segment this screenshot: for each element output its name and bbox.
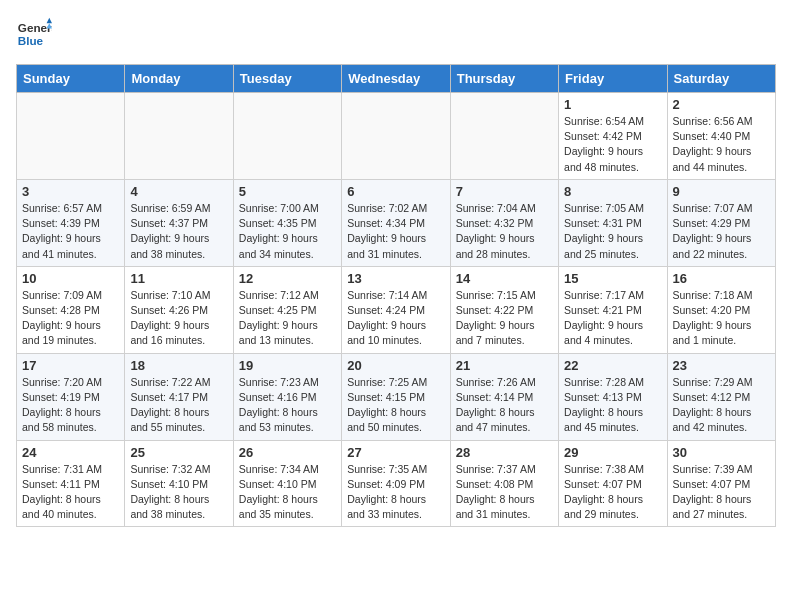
day-info: Sunrise: 7:38 AM Sunset: 4:07 PM Dayligh… (564, 462, 661, 523)
day-info: Sunrise: 7:17 AM Sunset: 4:21 PM Dayligh… (564, 288, 661, 349)
calendar-day-cell: 25Sunrise: 7:32 AM Sunset: 4:10 PM Dayli… (125, 440, 233, 527)
day-number: 11 (130, 271, 227, 286)
logo-icon: General Blue (16, 16, 52, 52)
day-info: Sunrise: 7:31 AM Sunset: 4:11 PM Dayligh… (22, 462, 119, 523)
day-info: Sunrise: 7:04 AM Sunset: 4:32 PM Dayligh… (456, 201, 553, 262)
day-info: Sunrise: 6:54 AM Sunset: 4:42 PM Dayligh… (564, 114, 661, 175)
calendar-day-cell: 4Sunrise: 6:59 AM Sunset: 4:37 PM Daylig… (125, 179, 233, 266)
day-number: 18 (130, 358, 227, 373)
calendar-day-cell (233, 93, 341, 180)
weekday-header-cell: Sunday (17, 65, 125, 93)
day-info: Sunrise: 7:39 AM Sunset: 4:07 PM Dayligh… (673, 462, 770, 523)
calendar-day-cell (17, 93, 125, 180)
calendar-week-row: 10Sunrise: 7:09 AM Sunset: 4:28 PM Dayli… (17, 266, 776, 353)
day-info: Sunrise: 7:32 AM Sunset: 4:10 PM Dayligh… (130, 462, 227, 523)
day-info: Sunrise: 7:22 AM Sunset: 4:17 PM Dayligh… (130, 375, 227, 436)
day-info: Sunrise: 7:37 AM Sunset: 4:08 PM Dayligh… (456, 462, 553, 523)
calendar-day-cell: 24Sunrise: 7:31 AM Sunset: 4:11 PM Dayli… (17, 440, 125, 527)
calendar-day-cell: 8Sunrise: 7:05 AM Sunset: 4:31 PM Daylig… (559, 179, 667, 266)
calendar-day-cell: 14Sunrise: 7:15 AM Sunset: 4:22 PM Dayli… (450, 266, 558, 353)
day-number: 17 (22, 358, 119, 373)
calendar-day-cell (342, 93, 450, 180)
page-header: General Blue (16, 16, 776, 52)
day-number: 23 (673, 358, 770, 373)
calendar-week-row: 17Sunrise: 7:20 AM Sunset: 4:19 PM Dayli… (17, 353, 776, 440)
day-number: 5 (239, 184, 336, 199)
svg-text:Blue: Blue (18, 34, 44, 47)
day-number: 25 (130, 445, 227, 460)
calendar-day-cell: 18Sunrise: 7:22 AM Sunset: 4:17 PM Dayli… (125, 353, 233, 440)
calendar-day-cell: 13Sunrise: 7:14 AM Sunset: 4:24 PM Dayli… (342, 266, 450, 353)
day-info: Sunrise: 7:20 AM Sunset: 4:19 PM Dayligh… (22, 375, 119, 436)
day-info: Sunrise: 7:14 AM Sunset: 4:24 PM Dayligh… (347, 288, 444, 349)
day-number: 24 (22, 445, 119, 460)
calendar-day-cell: 21Sunrise: 7:26 AM Sunset: 4:14 PM Dayli… (450, 353, 558, 440)
day-info: Sunrise: 7:26 AM Sunset: 4:14 PM Dayligh… (456, 375, 553, 436)
calendar-day-cell: 9Sunrise: 7:07 AM Sunset: 4:29 PM Daylig… (667, 179, 775, 266)
day-number: 7 (456, 184, 553, 199)
day-number: 15 (564, 271, 661, 286)
calendar-day-cell: 17Sunrise: 7:20 AM Sunset: 4:19 PM Dayli… (17, 353, 125, 440)
calendar-day-cell: 23Sunrise: 7:29 AM Sunset: 4:12 PM Dayli… (667, 353, 775, 440)
day-info: Sunrise: 7:09 AM Sunset: 4:28 PM Dayligh… (22, 288, 119, 349)
calendar-day-cell: 20Sunrise: 7:25 AM Sunset: 4:15 PM Dayli… (342, 353, 450, 440)
day-number: 9 (673, 184, 770, 199)
day-number: 2 (673, 97, 770, 112)
calendar-day-cell: 11Sunrise: 7:10 AM Sunset: 4:26 PM Dayli… (125, 266, 233, 353)
day-number: 8 (564, 184, 661, 199)
calendar-day-cell: 7Sunrise: 7:04 AM Sunset: 4:32 PM Daylig… (450, 179, 558, 266)
calendar-day-cell: 30Sunrise: 7:39 AM Sunset: 4:07 PM Dayli… (667, 440, 775, 527)
day-info: Sunrise: 7:23 AM Sunset: 4:16 PM Dayligh… (239, 375, 336, 436)
calendar-day-cell: 5Sunrise: 7:00 AM Sunset: 4:35 PM Daylig… (233, 179, 341, 266)
day-number: 26 (239, 445, 336, 460)
day-info: Sunrise: 6:59 AM Sunset: 4:37 PM Dayligh… (130, 201, 227, 262)
day-info: Sunrise: 7:15 AM Sunset: 4:22 PM Dayligh… (456, 288, 553, 349)
day-info: Sunrise: 6:56 AM Sunset: 4:40 PM Dayligh… (673, 114, 770, 175)
calendar-table: SundayMondayTuesdayWednesdayThursdayFrid… (16, 64, 776, 527)
weekday-header-cell: Wednesday (342, 65, 450, 93)
day-info: Sunrise: 7:34 AM Sunset: 4:10 PM Dayligh… (239, 462, 336, 523)
day-number: 13 (347, 271, 444, 286)
day-info: Sunrise: 7:00 AM Sunset: 4:35 PM Dayligh… (239, 201, 336, 262)
weekday-header-cell: Friday (559, 65, 667, 93)
day-info: Sunrise: 7:12 AM Sunset: 4:25 PM Dayligh… (239, 288, 336, 349)
day-info: Sunrise: 7:18 AM Sunset: 4:20 PM Dayligh… (673, 288, 770, 349)
day-number: 22 (564, 358, 661, 373)
day-info: Sunrise: 7:29 AM Sunset: 4:12 PM Dayligh… (673, 375, 770, 436)
calendar-day-cell: 22Sunrise: 7:28 AM Sunset: 4:13 PM Dayli… (559, 353, 667, 440)
weekday-header-cell: Monday (125, 65, 233, 93)
day-number: 4 (130, 184, 227, 199)
calendar-day-cell: 16Sunrise: 7:18 AM Sunset: 4:20 PM Dayli… (667, 266, 775, 353)
calendar-day-cell: 29Sunrise: 7:38 AM Sunset: 4:07 PM Dayli… (559, 440, 667, 527)
day-number: 12 (239, 271, 336, 286)
calendar-day-cell: 19Sunrise: 7:23 AM Sunset: 4:16 PM Dayli… (233, 353, 341, 440)
calendar-day-cell: 27Sunrise: 7:35 AM Sunset: 4:09 PM Dayli… (342, 440, 450, 527)
calendar-day-cell: 2Sunrise: 6:56 AM Sunset: 4:40 PM Daylig… (667, 93, 775, 180)
day-number: 21 (456, 358, 553, 373)
day-info: Sunrise: 6:57 AM Sunset: 4:39 PM Dayligh… (22, 201, 119, 262)
calendar-day-cell: 1Sunrise: 6:54 AM Sunset: 4:42 PM Daylig… (559, 93, 667, 180)
day-info: Sunrise: 7:25 AM Sunset: 4:15 PM Dayligh… (347, 375, 444, 436)
day-number: 27 (347, 445, 444, 460)
weekday-header-cell: Saturday (667, 65, 775, 93)
calendar-day-cell: 6Sunrise: 7:02 AM Sunset: 4:34 PM Daylig… (342, 179, 450, 266)
day-info: Sunrise: 7:02 AM Sunset: 4:34 PM Dayligh… (347, 201, 444, 262)
calendar-day-cell: 15Sunrise: 7:17 AM Sunset: 4:21 PM Dayli… (559, 266, 667, 353)
day-number: 30 (673, 445, 770, 460)
calendar-day-cell (450, 93, 558, 180)
day-info: Sunrise: 7:10 AM Sunset: 4:26 PM Dayligh… (130, 288, 227, 349)
weekday-header-cell: Tuesday (233, 65, 341, 93)
day-info: Sunrise: 7:05 AM Sunset: 4:31 PM Dayligh… (564, 201, 661, 262)
day-number: 3 (22, 184, 119, 199)
day-number: 10 (22, 271, 119, 286)
calendar-week-row: 24Sunrise: 7:31 AM Sunset: 4:11 PM Dayli… (17, 440, 776, 527)
calendar-week-row: 3Sunrise: 6:57 AM Sunset: 4:39 PM Daylig… (17, 179, 776, 266)
day-info: Sunrise: 7:28 AM Sunset: 4:13 PM Dayligh… (564, 375, 661, 436)
day-number: 16 (673, 271, 770, 286)
day-info: Sunrise: 7:35 AM Sunset: 4:09 PM Dayligh… (347, 462, 444, 523)
day-number: 19 (239, 358, 336, 373)
calendar-day-cell: 26Sunrise: 7:34 AM Sunset: 4:10 PM Dayli… (233, 440, 341, 527)
calendar-body: 1Sunrise: 6:54 AM Sunset: 4:42 PM Daylig… (17, 93, 776, 527)
calendar-day-cell: 10Sunrise: 7:09 AM Sunset: 4:28 PM Dayli… (17, 266, 125, 353)
day-number: 6 (347, 184, 444, 199)
